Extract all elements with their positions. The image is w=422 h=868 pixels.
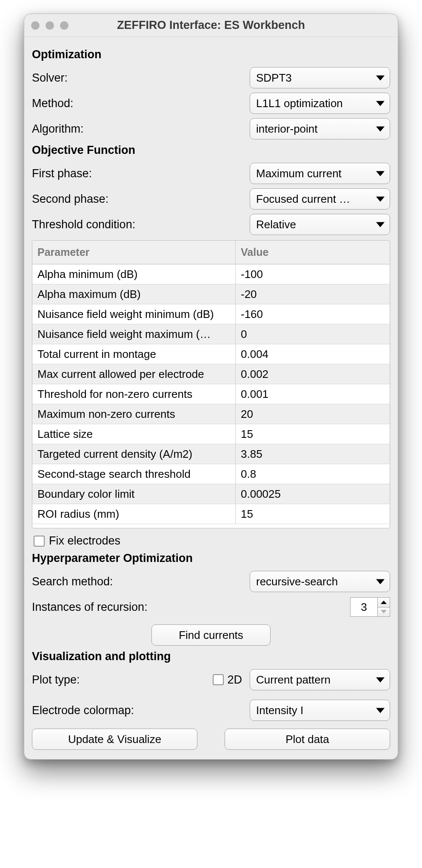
chevron-down-icon (376, 222, 385, 227)
value-cell[interactable]: 15 (236, 424, 390, 444)
param-cell: ROI radius (mm) (32, 504, 236, 524)
search-method-value: recursive-search (256, 575, 338, 588)
instances-label: Instances of recursion: (32, 601, 350, 614)
chevron-up-icon (381, 601, 387, 604)
table-row[interactable]: Alpha minimum (dB)-100 (32, 264, 390, 284)
value-cell[interactable]: 0.00025 (236, 484, 390, 504)
table-row[interactable]: Maximum non-zero currents20 (32, 404, 390, 424)
param-cell: Alpha maximum (dB) (32, 284, 236, 304)
value-cell[interactable]: 3.85 (236, 444, 390, 464)
param-cell: Lattice size (32, 424, 236, 444)
value-cell[interactable]: -160 (236, 304, 390, 324)
second-phase-select[interactable]: Focused current … (250, 188, 390, 210)
table-row[interactable]: ROI radius (mm)15 (32, 504, 390, 524)
table-row[interactable]: Total current in montage0.004 (32, 344, 390, 364)
minimize-icon[interactable] (46, 21, 54, 30)
threshold-condition-select[interactable]: Relative (250, 214, 390, 235)
param-cell: Nuisance field weight minimum (dB) (32, 304, 236, 324)
table-row[interactable]: Nuisance field weight maximum (…0 (32, 324, 390, 344)
method-select[interactable]: L1L1 optimization (250, 93, 390, 114)
first-phase-label: First phase: (32, 167, 250, 180)
table-row[interactable]: Nuisance field weight minimum (dB)-160 (32, 304, 390, 324)
fix-electrodes-label: Fix electrodes (49, 534, 120, 547)
table-header-parameter: Parameter (32, 241, 236, 264)
chevron-down-icon (376, 197, 385, 202)
param-cell: Second-stage search threshold (32, 464, 236, 484)
chevron-down-icon (381, 610, 387, 613)
table-header-value: Value (236, 241, 390, 264)
close-icon[interactable] (31, 21, 40, 30)
viz-heading: Visualization and plotting (32, 650, 390, 663)
value-cell[interactable]: 0 (236, 324, 390, 344)
threshold-condition-value: Relative (256, 218, 296, 231)
spinner-up-button[interactable] (377, 597, 390, 607)
value-cell[interactable]: 0.004 (236, 344, 390, 364)
value-cell[interactable]: 15 (236, 504, 390, 524)
instances-spinner[interactable]: 3 (350, 597, 390, 617)
threshold-condition-label: Threshold condition: (32, 218, 250, 231)
fix-electrodes-checkbox[interactable] (34, 536, 45, 547)
param-cell: Maximum non-zero currents (32, 404, 236, 424)
plot-type-value: Current pattern (256, 673, 331, 686)
table-row[interactable]: Targeted current density (A/m2)3.85 (32, 444, 390, 464)
table-row[interactable]: Max current allowed per electrode0.002 (32, 364, 390, 384)
value-cell[interactable]: 20 (236, 404, 390, 424)
algorithm-value: interior-point (256, 122, 318, 136)
chevron-down-icon (376, 101, 385, 106)
solver-label: Solver: (32, 71, 250, 85)
value-cell[interactable]: 0.001 (236, 384, 390, 404)
algorithm-select[interactable]: interior-point (250, 118, 390, 139)
chevron-down-icon (376, 708, 385, 713)
titlebar: ZEFFIRO Interface: ES Workbench (24, 14, 398, 37)
spinner-down-button[interactable] (377, 607, 390, 617)
window: ZEFFIRO Interface: ES Workbench Optimiza… (24, 14, 398, 760)
objective-heading: Objective Function (32, 144, 390, 157)
table-row[interactable]: Second-stage search threshold0.8 (32, 464, 390, 484)
parameter-table[interactable]: Parameter Value Alpha minimum (dB)-100Al… (32, 240, 390, 528)
value-cell[interactable]: 0.002 (236, 364, 390, 384)
find-currents-button[interactable]: Find currents (151, 624, 271, 646)
param-cell: Boundary color limit (32, 484, 236, 504)
table-row[interactable]: Alpha maximum (dB)-20 (32, 284, 390, 304)
param-cell: Total current in montage (32, 344, 236, 364)
update-visualize-label: Update & Visualize (68, 733, 161, 746)
colormap-value: Intensity I (256, 704, 303, 717)
search-method-label: Search method: (32, 575, 250, 588)
chevron-down-icon (376, 579, 385, 584)
param-cell: Nuisance field weight maximum (… (32, 324, 236, 344)
table-row[interactable]: Lattice size15 (32, 424, 390, 444)
param-cell: Threshold for non-zero currents (32, 384, 236, 404)
value-cell[interactable]: 0.8 (236, 464, 390, 484)
update-visualize-button[interactable]: Update & Visualize (32, 729, 197, 750)
param-cell: Targeted current density (A/m2) (32, 444, 236, 464)
colormap-label: Electrode colormap: (32, 704, 250, 717)
instances-value[interactable]: 3 (350, 597, 377, 617)
plot-type-label: Plot type: (32, 673, 213, 686)
first-phase-select[interactable]: Maximum current (250, 163, 390, 184)
find-currents-label: Find currents (179, 629, 243, 642)
colormap-select[interactable]: Intensity I (250, 700, 390, 721)
search-method-select[interactable]: recursive-search (250, 571, 390, 592)
plot-data-button[interactable]: Plot data (225, 729, 390, 750)
table-row[interactable]: Boundary color limit0.00025 (32, 484, 390, 504)
method-label: Method: (32, 97, 250, 110)
table-row[interactable]: Threshold for non-zero currents0.001 (32, 384, 390, 404)
method-value: L1L1 optimization (256, 97, 343, 110)
first-phase-value: Maximum current (256, 167, 342, 180)
solver-select[interactable]: SDPT3 (250, 67, 390, 88)
chevron-down-icon (376, 171, 385, 176)
plot-type-select[interactable]: Current pattern (250, 669, 390, 690)
hyper-heading: Hyperparameter Optimization (32, 552, 390, 565)
algorithm-label: Algorithm: (32, 122, 250, 136)
optimization-heading: Optimization (32, 48, 390, 61)
two-d-label: 2D (227, 673, 242, 686)
solver-value: SDPT3 (256, 71, 292, 85)
param-cell: Max current allowed per electrode (32, 364, 236, 384)
zoom-icon[interactable] (60, 21, 68, 30)
two-d-checkbox[interactable] (213, 674, 224, 685)
second-phase-label: Second phase: (32, 193, 250, 206)
plot-data-label: Plot data (285, 733, 329, 746)
chevron-down-icon (376, 678, 385, 683)
value-cell[interactable]: -20 (236, 284, 390, 304)
value-cell[interactable]: -100 (236, 264, 390, 284)
